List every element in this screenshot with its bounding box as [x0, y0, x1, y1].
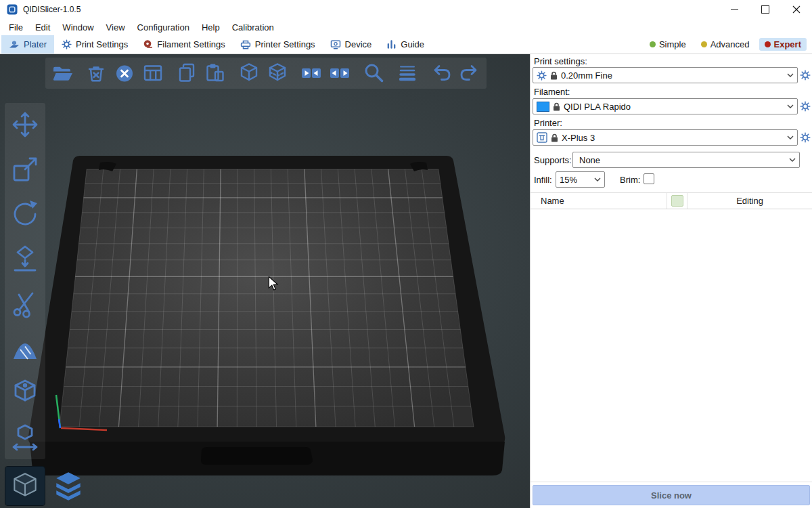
top-toolbar [45, 58, 487, 89]
menu-calibration[interactable]: Calibration [226, 20, 280, 35]
close-icon [792, 5, 800, 14]
filament-color-swatch [537, 102, 549, 112]
lock-icon [553, 102, 560, 111]
instances-in-icon [300, 62, 323, 85]
copy-button[interactable] [173, 59, 201, 87]
layers-icon [396, 62, 419, 85]
print-settings-gear-button[interactable] [798, 68, 812, 83]
titlebar: QIDISlicer-1.0.5 [0, 0, 812, 19]
lock-icon [551, 133, 558, 142]
tab-guide[interactable]: Guide [379, 35, 432, 54]
maximize-icon [761, 5, 769, 14]
redo-icon [458, 62, 481, 85]
rotate-icon [10, 199, 40, 229]
maximize-button[interactable] [750, 0, 781, 19]
filament-combo[interactable]: QIDI PLA Rapido [533, 98, 798, 114]
brim-checkbox[interactable] [644, 173, 654, 184]
menu-edit[interactable]: Edit [29, 20, 56, 35]
left-toolbar [5, 103, 45, 459]
open-project-button[interactable] [48, 59, 76, 87]
delete-all-button[interactable] [110, 59, 139, 87]
paint-on-supports-button[interactable] [9, 332, 41, 364]
close-button[interactable] [781, 0, 812, 19]
slice-now-button[interactable]: Slice now [533, 485, 810, 505]
extruder-column-header [667, 193, 687, 209]
tab-print-settings-label: Print Settings [76, 39, 128, 49]
move-icon [10, 110, 40, 140]
window-title: QIDISlicer-1.0.5 [23, 5, 81, 14]
search-button[interactable] [359, 59, 388, 87]
undo-button[interactable] [427, 59, 455, 87]
filament-label: Filament: [534, 87, 570, 97]
mode-expert[interactable]: Expert [759, 38, 807, 51]
tab-device-label: Device [345, 39, 372, 49]
app-window: QIDISlicer-1.0.5 File Edit Window View C… [0, 0, 812, 508]
mode-simple-label: Simple [659, 39, 686, 49]
tab-filament-settings[interactable]: Filament Settings [135, 35, 232, 54]
app-logo-icon [7, 4, 18, 15]
print-settings-combo[interactable]: 0.20mm Fine [533, 67, 798, 83]
rotate-button[interactable] [9, 198, 41, 230]
filament-gear-button[interactable] [798, 99, 812, 114]
supports-value: None [577, 155, 600, 165]
printer-gear-button[interactable] [798, 130, 812, 145]
mode-advanced-label: Advanced [710, 39, 750, 49]
object-list: Name Editing [531, 192, 812, 482]
tab-device[interactable]: Device [323, 35, 380, 54]
redo-button[interactable] [455, 59, 484, 87]
measure-button[interactable] [9, 421, 41, 454]
printer-icon [240, 39, 251, 50]
menu-help[interactable]: Help [196, 20, 226, 35]
supports-combo[interactable]: None [572, 152, 800, 168]
scale-icon [10, 154, 40, 184]
printer-combo[interactable]: X-Plus 3 [533, 129, 798, 146]
supports-label: Supports: [534, 155, 572, 165]
delete-button[interactable] [82, 59, 110, 87]
seam-cube-icon [10, 378, 40, 408]
gear-icon [537, 70, 547, 81]
minimize-button[interactable] [719, 0, 750, 19]
open-folder-icon [51, 62, 74, 85]
mode-advanced[interactable]: Advanced [696, 38, 755, 51]
tabbar: Plater Print Settings Filament Settings … [0, 35, 812, 54]
search-icon [362, 62, 385, 85]
viewport-3d[interactable] [0, 54, 530, 508]
trash-icon [85, 62, 108, 85]
paste-icon [204, 62, 227, 85]
extruder-chip-icon [671, 195, 683, 207]
add-instance-button[interactable] [297, 59, 325, 87]
gear-icon [800, 101, 811, 112]
simple-mode-dot-icon [650, 41, 656, 47]
lock-icon [550, 71, 558, 80]
menu-window[interactable]: Window [56, 20, 99, 35]
tab-printer-settings-label: Printer Settings [255, 39, 315, 49]
arrange-button[interactable] [139, 59, 167, 87]
tab-plater[interactable]: Plater [1, 35, 54, 54]
mode-selector: Simple Advanced Expert [644, 35, 812, 54]
editor-view-button[interactable] [5, 467, 45, 505]
seam-painting-button[interactable] [9, 377, 41, 409]
tab-plater-label: Plater [24, 39, 47, 49]
print-bed[interactable] [0, 54, 530, 508]
move-button[interactable] [9, 108, 41, 141]
variable-layer-height-button[interactable] [393, 59, 422, 87]
chevron-down-icon [591, 177, 601, 182]
mode-simple[interactable]: Simple [644, 38, 692, 51]
scale-button[interactable] [9, 153, 41, 186]
split-to-objects-button[interactable] [235, 59, 263, 87]
tab-printer-settings[interactable]: Printer Settings [233, 35, 323, 54]
menu-file[interactable]: File [3, 20, 29, 35]
remove-instance-button[interactable] [325, 59, 354, 87]
plater-icon [9, 39, 20, 50]
tab-print-settings[interactable]: Print Settings [54, 35, 135, 54]
infill-combo[interactable]: 15% [556, 171, 605, 188]
menu-configuration[interactable]: Configuration [131, 20, 196, 35]
paste-button[interactable] [201, 59, 229, 87]
preview-view-button[interactable] [49, 467, 88, 505]
cut-button[interactable] [9, 287, 41, 320]
menu-view[interactable]: View [100, 20, 131, 35]
print-settings-value: 0.20mm Fine [561, 70, 612, 81]
place-on-face-button[interactable] [9, 242, 41, 275]
split-to-parts-button[interactable] [263, 59, 292, 87]
object-list-body[interactable] [531, 209, 812, 482]
